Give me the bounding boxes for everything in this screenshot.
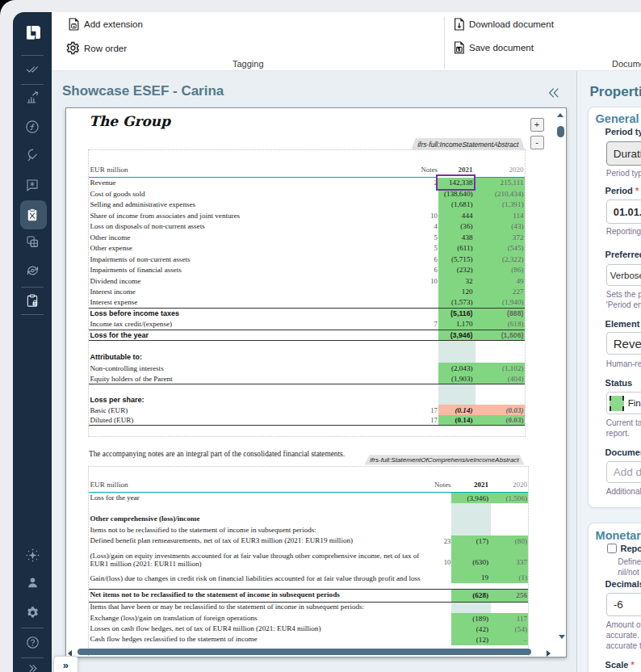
sidebar-item-pen-check[interactable] bbox=[13, 145, 52, 165]
table-row[interactable]: Loss for the year (3,946) (1,506) bbox=[89, 330, 525, 342]
value-2020[interactable]: 256 bbox=[491, 590, 528, 602]
table-row[interactable] bbox=[89, 384, 525, 395]
value-2021[interactable]: (12) bbox=[451, 635, 491, 645]
collapse-panel-button[interactable] bbox=[547, 86, 560, 99]
value-2020[interactable]: (1,506) bbox=[476, 330, 525, 341]
value-2020[interactable]: (54) bbox=[491, 624, 528, 634]
value-2021[interactable]: (0.14) bbox=[438, 405, 476, 415]
value-2020[interactable]: (888) bbox=[476, 309, 525, 320]
value-2020[interactable]: (1,506) bbox=[491, 493, 528, 503]
table-row[interactable]: Cash flow hedges reclassified to the sta… bbox=[89, 635, 528, 645]
table-row[interactable]: Interest income 120 227 bbox=[89, 287, 525, 298]
value-2021[interactable]: 142,338 bbox=[438, 178, 476, 189]
value-2021[interactable]: (17) bbox=[451, 536, 491, 546]
value-2020[interactable] bbox=[476, 384, 525, 395]
value-2021[interactable] bbox=[451, 514, 491, 525]
value-2020[interactable]: 49 bbox=[476, 275, 525, 287]
sidebar-item-clipboard-x[interactable] bbox=[13, 205, 52, 225]
sidebar-item-gear-filled[interactable] bbox=[13, 603, 52, 622]
value-2020[interactable]: 227 bbox=[476, 287, 525, 298]
sidebar-item-chevrons-right[interactable] bbox=[13, 658, 52, 672]
table-row[interactable]: Diluted (EUR) 17 (0.14) (0.03) bbox=[89, 415, 525, 426]
value-2021[interactable] bbox=[451, 503, 491, 514]
table-row[interactable]: Impairments of financial assets 6 (232) … bbox=[89, 265, 525, 276]
sidebar-item-double-check[interactable] bbox=[13, 59, 52, 78]
table-row[interactable]: Selling and administrative expenses (1,6… bbox=[89, 200, 525, 211]
value-2020[interactable]: (618) bbox=[476, 319, 525, 330]
value-2021[interactable]: 32 bbox=[438, 275, 476, 287]
scroll-up-arrow[interactable] bbox=[557, 113, 563, 117]
value-2021[interactable]: (42) bbox=[451, 624, 491, 634]
row-order-button[interactable]: Row order bbox=[66, 41, 127, 55]
value-2021[interactable]: (1,573) bbox=[438, 297, 476, 308]
value-2021[interactable] bbox=[438, 352, 476, 363]
status-field[interactable]: Final bbox=[606, 392, 641, 414]
value-2021[interactable] bbox=[451, 603, 491, 613]
horizontal-scrollbar-thumb[interactable] bbox=[78, 649, 531, 655]
value-2021[interactable]: (630) bbox=[451, 547, 491, 569]
value-2020[interactable] bbox=[491, 514, 528, 525]
value-2020[interactable]: (1,102) bbox=[476, 363, 525, 374]
value-2020[interactable]: (210,434) bbox=[476, 188, 525, 200]
value-2021[interactable]: (5,715) bbox=[438, 254, 476, 265]
table-row[interactable]: Dividend income 10 32 49 bbox=[89, 275, 525, 287]
vertical-scrollbar-thumb[interactable] bbox=[557, 126, 564, 138]
table-row[interactable]: Equity holders of the Parent (1,903) (40… bbox=[89, 374, 525, 385]
table-row[interactable]: Income tax credit/(expense) 7 1,170 (618… bbox=[89, 319, 525, 330]
value-2021[interactable]: (1,681) bbox=[438, 200, 476, 211]
value-2021[interactable] bbox=[438, 395, 476, 405]
value-2021[interactable]: 120 bbox=[438, 287, 476, 298]
table-row[interactable]: Items not to be reclassified to the stat… bbox=[89, 525, 528, 536]
value-2020[interactable]: (0.03) bbox=[476, 415, 525, 425]
value-2021[interactable]: 19 bbox=[451, 568, 491, 582]
table-row[interactable]: Loss on disposals of non-current assets … bbox=[89, 221, 525, 233]
table-row[interactable]: Loss before income taxes (5,116) (888) bbox=[89, 309, 525, 320]
value-2020[interactable]: – bbox=[491, 635, 528, 645]
zoom-in-button[interactable]: + bbox=[530, 118, 544, 132]
value-2020[interactable]: (1) bbox=[491, 568, 528, 582]
value-2021[interactable]: (2,043) bbox=[438, 363, 476, 374]
save-document-button[interactable]: Save document bbox=[454, 41, 534, 54]
value-2020[interactable] bbox=[476, 341, 525, 352]
table-row[interactable] bbox=[89, 503, 528, 514]
sidebar-item-copy-table[interactable] bbox=[13, 232, 52, 251]
period-type-input[interactable]: Duration bbox=[606, 141, 641, 166]
sidebar-item-sparkle[interactable] bbox=[13, 545, 52, 565]
value-2020[interactable] bbox=[491, 503, 528, 514]
table-row[interactable]: Basic (EUR) 17 (0.14) (0.03) bbox=[89, 405, 525, 415]
value-2020[interactable]: (80) bbox=[491, 536, 528, 546]
table-row[interactable]: Gain/(loss) due to changes in credit ris… bbox=[89, 568, 528, 582]
sidebar-item-clipboard-lock[interactable] bbox=[13, 291, 52, 310]
value-2021[interactable] bbox=[438, 384, 476, 395]
value-2021[interactable]: (628) bbox=[451, 590, 491, 602]
table-row[interactable]: Non-controlling interests (2,043) (1,102… bbox=[89, 363, 525, 374]
table-row[interactable] bbox=[89, 583, 528, 590]
value-2021[interactable]: (0.14) bbox=[438, 415, 476, 425]
table-row[interactable]: Other comprehensive (loss)/income bbox=[89, 514, 528, 525]
expand-panel-button[interactable]: » bbox=[53, 656, 78, 672]
value-2021[interactable]: 444 bbox=[438, 210, 476, 221]
value-2021[interactable]: 438 bbox=[438, 232, 476, 243]
sidebar-item-help[interactable] bbox=[13, 632, 52, 652]
value-2020[interactable]: 117 bbox=[491, 613, 528, 624]
zoom-out-button[interactable]: - bbox=[530, 136, 544, 149]
value-2021[interactable]: 1,170 bbox=[438, 319, 476, 330]
value-2021[interactable] bbox=[451, 583, 491, 589]
sidebar-item-comment-asterisk[interactable] bbox=[13, 175, 52, 195]
scroll-right-arrow[interactable] bbox=[547, 650, 551, 657]
value-2020[interactable]: 337 bbox=[491, 547, 528, 569]
value-2021[interactable]: (611) bbox=[438, 243, 476, 254]
value-2021[interactable]: (3,946) bbox=[451, 493, 491, 503]
value-2020[interactable]: (43) bbox=[476, 221, 525, 233]
value-2020[interactable]: (86) bbox=[476, 265, 525, 276]
value-2020[interactable]: (0.03) bbox=[476, 405, 525, 415]
tag-pill-comprehensive-income[interactable]: ifrs-full:StatementOfComprehensiveIncome… bbox=[365, 455, 525, 464]
value-2021[interactable]: (3,946) bbox=[438, 330, 476, 341]
sidebar-item-chart-growth[interactable] bbox=[13, 88, 52, 107]
table-row[interactable]: (Loss)/gain on equity investments accoun… bbox=[89, 547, 528, 569]
report-checkbox[interactable] bbox=[607, 544, 618, 554]
table-row[interactable]: Cost of goods sold (138,640) (210,434) bbox=[89, 188, 525, 200]
sidebar-item-function-circle[interactable] bbox=[13, 117, 52, 136]
sidebar-item-sync-eye[interactable] bbox=[13, 261, 52, 280]
table-row[interactable]: Revenue 2 142,338 215,111 bbox=[89, 178, 525, 189]
